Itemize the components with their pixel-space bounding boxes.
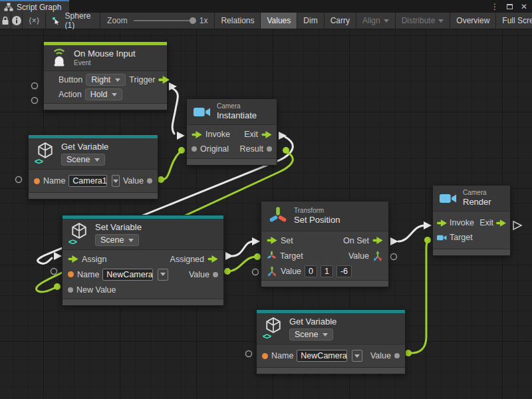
node-category: Transform [294, 207, 340, 215]
tab-script-graph[interactable]: Script Graph [0, 0, 69, 13]
node-header: Camera Instantiate [187, 99, 277, 125]
result-output-port[interactable] [267, 146, 272, 152]
on-set-output-port[interactable] [372, 237, 383, 244]
node-footer [187, 158, 277, 165]
value-output-port[interactable] [394, 353, 400, 358]
close-icon[interactable]: ✕ [519, 1, 529, 12]
camera-port-icon[interactable] [437, 234, 447, 241]
new-value-input-port[interactable] [68, 287, 73, 293]
port-dot [224, 268, 231, 275]
name-picker-button[interactable] [352, 350, 362, 362]
name-picker-button[interactable] [158, 269, 168, 281]
unity-variable-icon: <> [263, 318, 283, 339]
mouse-input-icon [51, 49, 68, 67]
overview-button[interactable]: Overview [450, 13, 496, 29]
selection-cursor-icon [53, 16, 60, 26]
node-header: <> Set Variable Scene [63, 219, 223, 250]
port-dot [178, 147, 185, 154]
value-in-label: Value [281, 267, 301, 276]
name-input-port[interactable] [262, 353, 268, 359]
exit-output-port[interactable] [261, 131, 272, 138]
button-dropdown[interactable]: Right [86, 74, 126, 86]
camera-icon [440, 192, 457, 205]
original-input-port[interactable] [192, 146, 197, 152]
node-footer [257, 367, 405, 374]
target-label: Target [450, 233, 473, 242]
zoom-control: Zoom 1x [100, 13, 215, 29]
values-button[interactable]: Values [261, 13, 297, 29]
scope-dropdown[interactable]: Scene [61, 154, 105, 166]
assign-input-port[interactable] [68, 255, 78, 263]
new-value-label: New Value [76, 285, 116, 295]
node-footer [29, 192, 158, 199]
lock-button[interactable] [0, 13, 11, 29]
invoke-input-port[interactable] [192, 131, 202, 138]
name-input-port[interactable] [68, 271, 74, 277]
node-title: Set Variable [95, 222, 142, 233]
carry-button[interactable]: Carry [325, 13, 356, 29]
name-input-port[interactable] [34, 178, 40, 184]
exit-label: Exit [244, 130, 258, 139]
original-label: Original [200, 144, 229, 154]
vector3-port-icon[interactable] [267, 266, 277, 277]
unconnected-port [246, 351, 252, 357]
action-dropdown[interactable]: Hold [85, 88, 123, 100]
result-label: Result [240, 144, 263, 154]
graph-canvas[interactable]: On Mouse Input Event Button Right Trigge… [0, 29, 532, 399]
relations-button[interactable]: Relations [215, 13, 261, 29]
maximize-icon[interactable] [504, 1, 515, 12]
zoom-slider-handle[interactable] [190, 17, 196, 24]
node-camera-render[interactable]: Camera Render Invoke Exit Target [432, 185, 511, 256]
full-screen-button[interactable]: Full Screen [496, 13, 532, 29]
distribute-dropdown[interactable]: Distribute [396, 13, 451, 29]
node-title: Set Position [294, 215, 340, 225]
exit-output-port[interactable] [496, 219, 506, 227]
wire-value-to-target [227, 257, 256, 271]
scope-dropdown[interactable]: Scene [289, 329, 333, 340]
node-camera-instantiate[interactable]: Camera Instantiate Invoke Exit Original [186, 98, 277, 166]
code-view-button[interactable]: ⟨×⟩ [23, 13, 46, 29]
chevron-down-icon [160, 273, 166, 276]
align-dropdown[interactable]: Align [356, 13, 396, 29]
vector-x-field[interactable]: 0 [305, 265, 317, 277]
assigned-output-port[interactable] [207, 255, 218, 263]
transform-port-icon[interactable] [267, 251, 277, 261]
selection-indicator: Sphere (1) [46, 13, 100, 29]
value-label: Value [189, 270, 209, 279]
vector-z-field[interactable]: -6 [336, 265, 352, 277]
code-view-glyph: ⟨×⟩ [29, 16, 39, 25]
node-header: On Mouse Input Event [44, 45, 167, 71]
assigned-label: Assigned [170, 255, 204, 264]
zoom-slider[interactable] [134, 20, 194, 21]
toolbar-right-group: Relations Values Dim Carry Align Distrib… [215, 13, 532, 29]
node-title: Get Variable [289, 317, 336, 327]
vector-y-field[interactable]: 1 [321, 265, 333, 277]
node-category: Camera [463, 189, 491, 197]
wire-onset-to-invoke [398, 225, 425, 241]
kebab-menu-icon[interactable]: ⋮ [489, 1, 500, 12]
name-field[interactable]: Camera1 [68, 175, 107, 187]
name-picker-button[interactable] [112, 175, 120, 187]
value-output-port[interactable] [147, 178, 152, 184]
name-field[interactable]: NewCamera [297, 350, 347, 362]
trigger-output-port[interactable] [158, 76, 170, 84]
target-label: Target [280, 251, 303, 261]
node-get-variable-camera1[interactable]: <> Get Variable Scene Name Camera1 Value [28, 134, 158, 200]
exit-label: Exit [479, 218, 493, 227]
node-set-variable[interactable]: <> Set Variable Scene Assign Assigned [62, 215, 224, 306]
port-arrow [279, 132, 287, 140]
node-header: Transform Set Position [261, 201, 388, 231]
node-transform-set-position[interactable]: Transform Set Position Set On Set Target [261, 201, 389, 287]
set-input-port[interactable] [267, 237, 277, 244]
invoke-input-port[interactable] [437, 219, 447, 227]
value-output-port[interactable] [213, 272, 218, 277]
info-button[interactable] [11, 13, 23, 29]
name-field[interactable]: NewCamera [102, 269, 153, 281]
vector3-port-icon[interactable] [372, 251, 383, 261]
node-get-variable-newcamera[interactable]: <> Get Variable Scene Name NewCamera Val… [256, 309, 406, 374]
scope-dropdown[interactable]: Scene [95, 234, 139, 246]
node-on-mouse-input[interactable]: On Mouse Input Event Button Right Trigge… [43, 41, 168, 110]
dim-button[interactable]: Dim [297, 13, 324, 29]
zoom-label: Zoom [107, 16, 128, 25]
chevron-down-icon [438, 19, 444, 23]
